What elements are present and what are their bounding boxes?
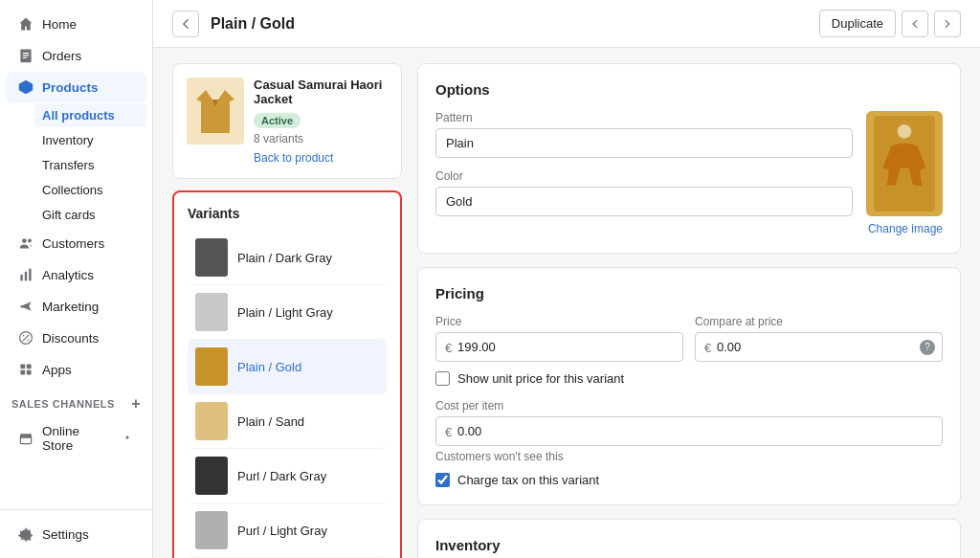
compare-price-input[interactable] bbox=[695, 332, 943, 362]
options-grid: Pattern Color bbox=[435, 111, 943, 235]
variants-card: Variants Plain / Dark Gray Plain / Light… bbox=[172, 190, 402, 558]
product-variants-count: 8 variants bbox=[254, 132, 388, 145]
product-info: Casual Samurai Haori Jacket Active 8 var… bbox=[254, 78, 388, 165]
sidebar-sub-inventory[interactable]: Inventory bbox=[34, 128, 146, 152]
sidebar-item-marketing[interactable]: Marketing bbox=[6, 291, 146, 322]
back-button[interactable] bbox=[172, 11, 199, 37]
compare-price-field: Compare at price € ? bbox=[695, 315, 943, 362]
variant-label-plain-dark-gray: Plain / Dark Gray bbox=[237, 251, 332, 265]
svg-rect-17 bbox=[27, 370, 32, 375]
variant-thumb-plain-light-gray bbox=[195, 293, 228, 331]
svg-rect-7 bbox=[25, 272, 27, 281]
charge-tax-checkbox[interactable] bbox=[435, 473, 450, 487]
variant-thumb-purl-dark-gray bbox=[195, 457, 228, 495]
pricing-card: Pricing Price € Compare at price € bbox=[417, 267, 961, 505]
variant-plain-gold[interactable]: Plain / Gold bbox=[188, 340, 387, 394]
sidebar-item-discounts[interactable]: Discounts bbox=[6, 323, 146, 353]
marketing-icon bbox=[17, 298, 34, 315]
variant-plain-light-gray[interactable]: Plain / Light Gray bbox=[188, 285, 387, 340]
compare-price-label: Compare at price bbox=[695, 315, 943, 328]
add-sales-channel-button[interactable]: + bbox=[131, 395, 141, 413]
sidebar-sub-gift-cards[interactable]: Gift cards bbox=[34, 203, 146, 227]
variant-label-purl-dark-gray: Purl / Dark Gray bbox=[237, 469, 326, 483]
options-fields: Pattern Color bbox=[435, 111, 853, 235]
variant-purl-dark-gray[interactable]: Purl / Dark Gray bbox=[188, 449, 387, 503]
sidebar-sub-all-products[interactable]: All products bbox=[34, 103, 146, 127]
svg-rect-15 bbox=[27, 364, 32, 368]
svg-rect-9 bbox=[20, 305, 24, 307]
cost-input-wrap: € bbox=[435, 416, 943, 446]
sidebar-item-products[interactable]: Products bbox=[6, 72, 146, 102]
change-image-link[interactable]: Change image bbox=[868, 222, 943, 235]
svg-point-5 bbox=[28, 239, 32, 243]
price-input[interactable] bbox=[435, 332, 683, 362]
svg-point-13 bbox=[28, 340, 30, 342]
sidebar-item-orders[interactable]: Orders bbox=[6, 40, 146, 71]
variant-plain-sand[interactable]: Plain / Sand bbox=[188, 394, 387, 449]
variant-label-plain-sand: Plain / Sand bbox=[237, 414, 304, 429]
options-title: Options bbox=[435, 81, 943, 98]
sidebar-item-analytics[interactable]: Analytics bbox=[6, 259, 146, 290]
next-variant-button[interactable] bbox=[934, 11, 961, 37]
sidebar-item-customers[interactable]: Customers bbox=[6, 228, 146, 258]
color-input[interactable] bbox=[435, 187, 853, 216]
right-panel: Options Pattern Color bbox=[417, 63, 961, 543]
sidebar-item-home[interactable]: Home bbox=[6, 9, 146, 39]
cost-section: Cost per item € Customers won't see this… bbox=[435, 399, 943, 487]
svg-point-19 bbox=[125, 435, 128, 438]
product-card: Casual Samurai Haori Jacket Active 8 var… bbox=[172, 63, 402, 179]
products-icon bbox=[17, 78, 34, 96]
variant-label-plain-light-gray: Plain / Light Gray bbox=[237, 305, 333, 320]
pricing-title: Pricing bbox=[435, 285, 943, 301]
apps-icon bbox=[17, 361, 34, 378]
sidebar-products-label: Products bbox=[42, 80, 99, 95]
variant-purl-light-gray[interactable]: Purl / Light Gray bbox=[188, 503, 387, 558]
cost-input[interactable] bbox=[435, 416, 943, 446]
variant-thumb-plain-gold bbox=[195, 347, 228, 386]
cost-currency: € bbox=[445, 424, 452, 438]
customers-icon bbox=[17, 234, 34, 252]
sidebar-sub-collections[interactable]: Collections bbox=[34, 178, 146, 202]
main-content: Plain / Gold Duplicate bbox=[153, 0, 980, 558]
sidebar-item-online-store[interactable]: Online Store bbox=[6, 417, 146, 459]
sidebar-sub-transfers[interactable]: Transfers bbox=[34, 153, 146, 177]
pattern-input[interactable] bbox=[435, 128, 853, 158]
color-label: Color bbox=[435, 169, 853, 183]
sidebar-marketing-label: Marketing bbox=[42, 300, 99, 314]
sidebar-item-apps[interactable]: Apps bbox=[6, 354, 146, 385]
sales-channels-section: SALES CHANNELS + bbox=[0, 386, 152, 416]
duplicate-button[interactable]: Duplicate bbox=[819, 10, 896, 37]
prev-variant-button[interactable] bbox=[902, 11, 928, 37]
charge-tax-label: Charge tax on this variant bbox=[457, 473, 599, 487]
sidebar-item-settings[interactable]: Settings bbox=[6, 519, 146, 549]
sidebar-home-label: Home bbox=[42, 17, 77, 32]
pricing-grid: Price € Compare at price € ? bbox=[435, 315, 943, 362]
product-name: Casual Samurai Haori Jacket bbox=[254, 78, 388, 106]
store-icon bbox=[17, 430, 34, 447]
variants-list: Plain / Dark Gray Plain / Light Gray Pla… bbox=[188, 231, 387, 558]
svg-point-4 bbox=[22, 238, 27, 243]
options-card: Options Pattern Color bbox=[417, 63, 961, 254]
sidebar-orders-label: Orders bbox=[42, 49, 81, 63]
variant-image bbox=[866, 111, 943, 216]
option-image-wrap: Change image bbox=[866, 111, 943, 235]
cost-note: Customers won't see this bbox=[435, 450, 943, 463]
show-unit-price-checkbox[interactable] bbox=[435, 371, 450, 386]
sidebar-customers-label: Customers bbox=[42, 236, 104, 251]
svg-rect-16 bbox=[20, 370, 25, 375]
sidebar-discounts-label: Discounts bbox=[42, 331, 99, 346]
compare-price-help-icon[interactable]: ? bbox=[920, 340, 935, 355]
back-to-product-link[interactable]: Back to product bbox=[254, 151, 333, 165]
topbar: Plain / Gold Duplicate bbox=[153, 0, 980, 48]
svg-rect-6 bbox=[20, 275, 22, 280]
orders-icon bbox=[17, 47, 34, 64]
sidebar-apps-label: Apps bbox=[42, 363, 72, 377]
svg-rect-8 bbox=[29, 269, 31, 281]
variant-plain-dark-gray[interactable]: Plain / Dark Gray bbox=[188, 231, 387, 285]
price-field: Price € bbox=[435, 315, 683, 362]
online-store-settings-icon[interactable] bbox=[120, 430, 135, 448]
sidebar-analytics-label: Analytics bbox=[42, 268, 94, 282]
svg-rect-14 bbox=[20, 364, 25, 368]
variant-thumb-plain-sand bbox=[195, 402, 228, 440]
show-unit-price-label: Show unit price for this variant bbox=[457, 371, 624, 386]
